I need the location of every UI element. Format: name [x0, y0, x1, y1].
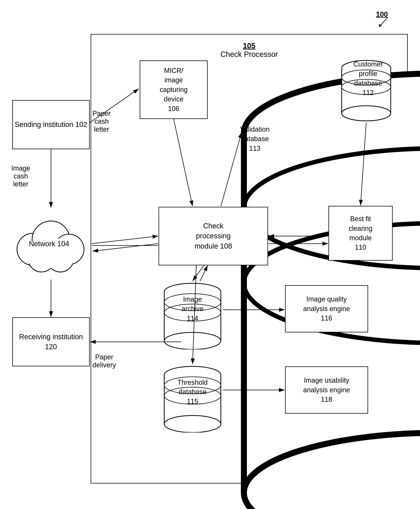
- paper-delivery-label: Paper delivery: [92, 353, 116, 369]
- image-usability-box: Image usability analysis engine 118: [285, 366, 368, 414]
- paper-delivery-text: Paper delivery: [92, 353, 116, 369]
- svg-point-33: [164, 416, 221, 433]
- paper-cash-letter-text: Paper cash letter: [92, 110, 111, 133]
- image-cash-letter-text: Image cash letter: [11, 164, 30, 188]
- check-processing-box: Check processing module 108: [158, 207, 268, 265]
- threshold-db-text: Threshold database 115: [177, 379, 208, 405]
- best-fit-label: Best fit clearing module 110: [349, 214, 372, 252]
- image-usability-label: Image usability analysis engine 118: [303, 376, 350, 404]
- image-archive-text: Image archive 114: [182, 295, 203, 322]
- validation-db-text: Validation database 113: [240, 125, 269, 152]
- svg-line-0: [380, 17, 388, 25]
- image-quality-box: Image quality analysis engine 116: [285, 285, 368, 332]
- check-processor-name: Check Processor: [91, 50, 408, 59]
- customer-db-text: Customer profile database 112: [353, 60, 383, 97]
- threshold-db-label: Threshold database 115: [162, 378, 223, 406]
- image-archive-label: Image archive 114: [162, 295, 223, 323]
- image-quality-label: Image quality analysis engine 116: [303, 295, 350, 323]
- check-processor-label: 105 Check Processor: [91, 42, 408, 59]
- ref-100-arrow: [377, 15, 392, 30]
- svg-point-19: [342, 106, 391, 121]
- receiving-institution-box: Receiving institution 120: [12, 317, 90, 366]
- diagram: 100 105 Check Processor Sending institut…: [0, 0, 420, 509]
- customer-db-label: Customer profile database 112: [330, 60, 406, 98]
- validation-db-label: Validation database 113: [224, 125, 286, 153]
- network-text: Network 104: [29, 240, 69, 248]
- sending-institution-box: Sending institution 102: [12, 100, 90, 149]
- receiving-institution-label: Receiving institution 120: [13, 332, 89, 352]
- micr-device-box: MICR/ image capturing device 106: [140, 61, 208, 119]
- micr-device-label: MICR/ image capturing device 106: [160, 66, 188, 114]
- check-processing-label: Check processing module 108: [195, 221, 232, 251]
- network-label: Network 104: [16, 240, 82, 248]
- paper-cash-letter-label: Paper cash letter: [92, 110, 111, 133]
- best-fit-box: Best fit clearing module 110: [329, 206, 393, 261]
- svg-point-26: [164, 332, 221, 349]
- check-processor-ref: 105: [91, 42, 408, 50]
- sending-institution-label: Sending institution 102: [15, 120, 87, 129]
- image-cash-letter-label: Image cash letter: [11, 164, 30, 188]
